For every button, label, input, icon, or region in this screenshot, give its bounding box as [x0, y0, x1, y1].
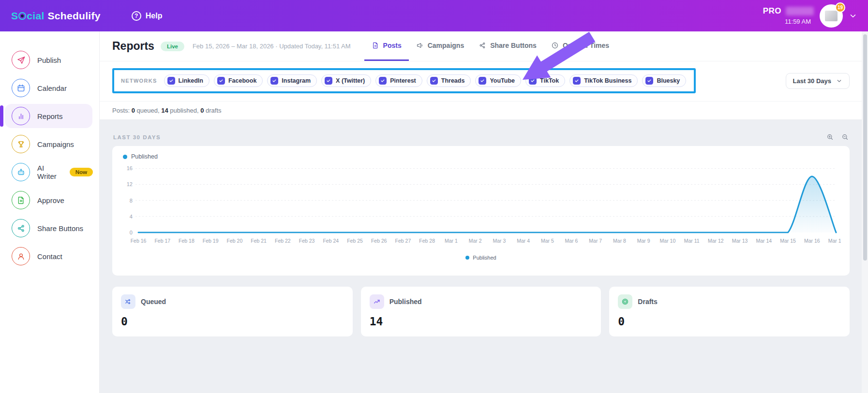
sidebar-item-contact[interactable]: Contact — [5, 244, 92, 268]
paper-plane-icon — [12, 51, 30, 69]
chart-panel-head: LAST 30 DAYS — [112, 133, 850, 146]
page-title: Reports — [112, 40, 154, 53]
zoom-out-icon[interactable] — [841, 133, 849, 141]
account-chevron-down-icon[interactable] — [849, 12, 857, 20]
tab-optimal-times[interactable]: Optimal Times — [544, 31, 616, 61]
network-chip-label: TikTok Business — [584, 77, 631, 84]
stats-cards-row: Queued0Published14Drafts0 — [112, 287, 850, 336]
chevron-down-icon — [836, 78, 842, 84]
network-chip-label: Threads — [441, 77, 465, 84]
svg-text:Feb 26: Feb 26 — [371, 238, 387, 244]
stat-card-value: 0 — [121, 315, 344, 328]
svg-text:Feb 27: Feb 27 — [395, 238, 411, 244]
sidebar-item-label: Share Buttons — [37, 224, 83, 233]
posts-summary: Posts: 0 queued, 14 published, 0 drafts — [100, 101, 868, 120]
checkbox-checked-icon — [270, 77, 278, 85]
network-chip-tiktok-business[interactable]: TikTok Business — [569, 74, 638, 87]
svg-text:Feb 18: Feb 18 — [179, 238, 195, 244]
network-chip-linkedin[interactable]: LinkedIn — [164, 74, 210, 87]
tab-label: Posts — [383, 42, 402, 49]
network-chip-label: YouTube — [490, 77, 515, 84]
summary-text: published, — [168, 107, 201, 114]
svg-text:Feb 25: Feb 25 — [347, 238, 363, 244]
network-chip-threads[interactable]: Threads — [427, 74, 471, 87]
network-chip-bluesky[interactable]: Bluesky — [642, 74, 686, 87]
body-row: PublishCalendarReportsCampaignsAI Writer… — [0, 31, 868, 393]
date-range-text: Feb 15, 2026 – Mar 18, 2026 · Updated To… — [193, 43, 351, 50]
svg-text:Feb 22: Feb 22 — [275, 238, 291, 244]
network-chip-instagram[interactable]: Instagram — [267, 74, 317, 87]
tab-label: Share Buttons — [490, 42, 537, 49]
title-row: Reports Live Feb 15, 2026 – Mar 18, 2026… — [100, 31, 868, 61]
calendar-icon — [12, 79, 30, 97]
avatar[interactable]: 19 — [820, 4, 843, 28]
avatar-image — [825, 11, 838, 21]
networks-label: NETWORKS — [121, 78, 157, 84]
checkbox-checked-icon — [573, 77, 581, 85]
brand-logo[interactable]: S cial Schedulify — [11, 10, 101, 22]
chart-card: Published 0481216Feb 16Feb 17Feb 18Feb 1… — [112, 146, 850, 276]
target-icon — [618, 294, 632, 309]
summary-prefix: Posts: — [112, 107, 132, 114]
svg-text:4: 4 — [130, 214, 133, 219]
document-icon — [12, 191, 30, 209]
legend-label: Published — [473, 255, 496, 261]
network-chip-facebook[interactable]: Facebook — [214, 74, 263, 87]
date-range-dropdown-value: Last 30 Days — [793, 77, 832, 85]
tab-campaigns[interactable]: Campaigns — [409, 31, 471, 61]
date-range-dropdown[interactable]: Last 30 Days — [786, 73, 850, 89]
page-scrollbar[interactable] — [862, 31, 868, 393]
help-button[interactable]: ? Help — [132, 11, 163, 21]
network-chip-x-twitter[interactable]: X (Twitter) — [321, 74, 371, 87]
summary-number: 14 — [161, 107, 168, 114]
svg-text:Mar 11: Mar 11 — [684, 238, 700, 244]
svg-text:12: 12 — [127, 182, 133, 188]
svg-text:Mar 3: Mar 3 — [493, 238, 506, 244]
svg-text:Mar 5: Mar 5 — [541, 238, 554, 244]
network-chip-label: LinkedIn — [179, 77, 203, 84]
sidebar-item-ai-writer[interactable]: AI WriterNow — [5, 160, 92, 184]
stat-card-published: Published14 — [361, 287, 601, 336]
sidebar-item-label: Approve — [37, 196, 64, 204]
svg-text:Mar 4: Mar 4 — [517, 238, 530, 244]
sidebar-item-calendar[interactable]: Calendar — [5, 76, 92, 100]
network-chip-pinterest[interactable]: Pinterest — [375, 74, 422, 87]
account-name-redacted — [786, 7, 814, 15]
share-nodes-icon — [12, 219, 30, 237]
svg-text:Mar 8: Mar 8 — [613, 238, 626, 244]
sidebar-item-reports[interactable]: Reports — [5, 104, 92, 128]
stat-card-label: Drafts — [638, 298, 657, 306]
svg-text:Mar 7: Mar 7 — [589, 238, 602, 244]
svg-text:Feb 16: Feb 16 — [131, 238, 147, 244]
summary-text: drafts — [204, 107, 221, 114]
sidebar-item-approve[interactable]: Approve — [5, 188, 92, 212]
topbar-account-area: PRO 11:59 AM 19 — [763, 4, 857, 28]
trophy-icon — [12, 135, 30, 153]
tab-share-buttons[interactable]: Share Buttons — [471, 31, 544, 61]
robot-icon — [12, 163, 30, 181]
sidebar-item-share-buttons[interactable]: Share Buttons — [5, 216, 92, 240]
summary-number: 0 — [132, 107, 135, 114]
svg-text:Mar 17: Mar 17 — [828, 238, 841, 244]
stat-card-value: 0 — [618, 315, 841, 328]
app-root: S cial Schedulify ? Help PRO 11:59 AM 19 — [0, 0, 868, 393]
share-nodes-icon — [479, 42, 486, 49]
svg-text:Mar 6: Mar 6 — [565, 238, 578, 244]
checkbox-checked-icon — [645, 77, 653, 85]
sidebar-item-publish[interactable]: Publish — [5, 48, 92, 72]
svg-text:Feb 17: Feb 17 — [154, 238, 170, 244]
checkbox-checked-icon — [430, 77, 438, 85]
tab-label: Campaigns — [428, 42, 464, 49]
current-time: 11:59 AM — [785, 18, 811, 25]
plan-block: PRO 11:59 AM — [763, 6, 814, 25]
tab-posts[interactable]: Posts — [364, 31, 409, 61]
network-chip-youtube[interactable]: YouTube — [475, 74, 521, 87]
network-chip-tiktok[interactable]: TikTok — [525, 74, 565, 87]
sidebar-item-label: Calendar — [37, 84, 67, 92]
queue-icon — [121, 294, 135, 309]
sidebar-item-campaigns[interactable]: Campaigns — [5, 132, 92, 156]
svg-text:Mar 15: Mar 15 — [780, 238, 796, 244]
scrollbar-thumb[interactable] — [863, 34, 867, 261]
zoom-in-icon[interactable] — [826, 133, 834, 141]
summary-text: queued, — [135, 107, 161, 114]
